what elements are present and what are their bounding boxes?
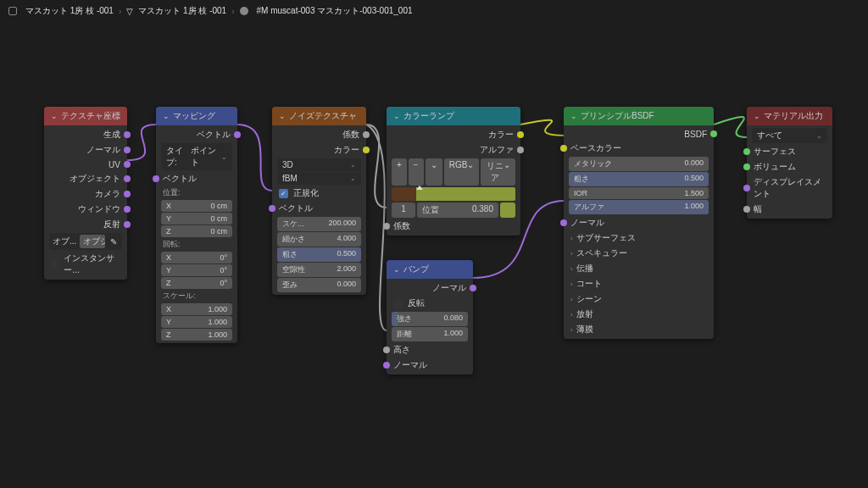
node-header[interactable]: ⌄ バンプ: [387, 260, 473, 279]
invert-checkbox[interactable]: [393, 299, 403, 308]
chevron-down-icon: ⌄: [279, 112, 286, 120]
from-instancer-label: インスタンサー...: [64, 252, 120, 276]
socket-normal-out: ノーマル: [432, 282, 466, 294]
socket-color: カラー: [488, 129, 514, 141]
noise-distortion[interactable]: 歪み0.000: [277, 278, 361, 292]
node-title: バンプ: [403, 263, 429, 275]
ramp-index[interactable]: 1: [392, 202, 415, 218]
socket-window: ウィンドウ: [78, 203, 120, 215]
node-header[interactable]: ⌄ カラーランプ: [387, 107, 520, 125]
roughness[interactable]: 粗さ0.500: [569, 172, 709, 186]
normalize-checkbox[interactable]: ✓: [279, 189, 288, 198]
rot-x[interactable]: X0°: [161, 252, 232, 263]
socket-normal: ノーマル: [570, 217, 604, 229]
node-noise-texture[interactable]: ⌄ ノイズテクスチャ 係数 カラー 3D⌄ fBM⌄ ✓正規化 ベクトル スケ.…: [272, 107, 366, 295]
eyedropper-icon[interactable]: ✎: [108, 237, 119, 247]
noise-type[interactable]: fBM⌄: [277, 172, 361, 185]
ramp-mode[interactable]: RGB⌄: [444, 158, 480, 186]
object-icon: [8, 7, 17, 15]
node-color-ramp[interactable]: ⌄ カラーランプ カラー アルファ + − ⌄ RGB⌄ リニア⌄ 1 位置0.…: [387, 107, 520, 236]
noise-detail[interactable]: 細かさ4.000: [277, 232, 361, 247]
location-label: 位置:: [156, 186, 237, 199]
socket-vector-in: ベクトル: [163, 173, 197, 185]
scale-x[interactable]: X1.000: [161, 303, 232, 315]
socket-normal-in: ノーマル: [393, 359, 427, 371]
node-material-output[interactable]: ⌄ マテリアル出力 すべて⌄ サーフェス ボリューム ディスプレイスメント 幅: [747, 107, 832, 219]
chevron-down-icon: ⌄: [754, 112, 760, 120]
node-header[interactable]: ⌄ マテリアル出力: [747, 107, 832, 125]
chevron-down-icon: ⌄: [51, 112, 58, 120]
socket-generated: 生成: [103, 129, 120, 141]
group-transmission[interactable]: ›伝播: [564, 261, 714, 276]
breadcrumb-object[interactable]: マスカット 1房 枝 -001: [25, 5, 114, 17]
socket-surface: サーフェス: [754, 146, 796, 158]
noise-roughness[interactable]: 粗さ0.500: [277, 247, 361, 262]
output-target[interactable]: すべて⌄: [752, 128, 827, 143]
noise-lacunarity[interactable]: 空隙性2.000: [277, 263, 361, 277]
ior[interactable]: IOR1.500: [569, 187, 709, 199]
node-title: テクスチャ座標: [61, 110, 120, 122]
loc-z[interactable]: Z0 cm: [161, 225, 232, 237]
chevron-down-icon: ⌄: [393, 112, 400, 120]
socket-thickness: 幅: [754, 203, 762, 215]
socket-reflection: 反射: [103, 219, 120, 230]
socket-uv: UV: [108, 160, 120, 169]
group-coat[interactable]: ›コート: [564, 276, 714, 291]
ramp-interp[interactable]: リニア⌄: [481, 158, 515, 186]
node-header[interactable]: ⌄ テクスチャ座標: [44, 107, 127, 125]
scale-y[interactable]: Y1.000: [161, 316, 232, 328]
color-ramp-gradient[interactable]: [392, 187, 515, 201]
node-header[interactable]: ⌄ マッピング: [156, 107, 237, 125]
wires: [0, 0, 868, 488]
scale-z[interactable]: Z1.000: [161, 329, 232, 341]
ramp-remove[interactable]: −: [409, 158, 424, 186]
socket-alpha: アルファ: [480, 144, 514, 156]
bump-distance[interactable]: 距離1.000: [392, 327, 468, 341]
loc-x[interactable]: X0 cm: [161, 200, 232, 212]
ramp-menu[interactable]: ⌄: [426, 158, 442, 186]
socket-fac: 係数: [342, 129, 359, 141]
object-picker[interactable]: オブ... オブジ... ✎: [49, 233, 122, 250]
mapping-type[interactable]: タイプ:ポイント⌄: [161, 143, 232, 170]
socket-vector-out: ベクトル: [197, 129, 231, 141]
bump-strength[interactable]: 強さ0.080: [392, 312, 468, 326]
node-principled-bsdf[interactable]: ⌄ プリンシプルBSDF BSDF ベースカラー メタリック0.000 粗さ0.…: [564, 107, 714, 339]
breadcrumb-material[interactable]: #M muscat-003 マスカット-003-001_001: [257, 5, 413, 17]
from-instancer-checkbox[interactable]: [51, 260, 58, 269]
chevron-down-icon: ⌄: [570, 112, 577, 120]
node-header[interactable]: ⌄ プリンシプルBSDF: [564, 107, 714, 125]
node-texture-coordinate[interactable]: ⌄ テクスチャ座標 生成 ノーマル UV オブジェクト カメラ ウィンドウ 反射…: [44, 107, 127, 280]
noise-scale[interactable]: スケ...200.000: [277, 217, 361, 231]
node-header[interactable]: ⌄ ノイズテクスチャ: [272, 107, 366, 125]
noise-dim[interactable]: 3D⌄: [277, 158, 361, 171]
breadcrumb-mesh[interactable]: マスカット 1房 枝 -001: [138, 5, 226, 17]
ramp-color-swatch[interactable]: [500, 202, 515, 218]
socket-color: カラー: [334, 144, 359, 156]
socket-bsdf: BSDF: [684, 130, 707, 139]
node-title: マテリアル出力: [764, 110, 823, 122]
node-bump[interactable]: ⌄ バンプ ノーマル 反転 強さ0.080 距離1.000 高さ ノーマル: [387, 260, 473, 374]
socket-height: 高さ: [393, 344, 410, 356]
rot-y[interactable]: Y0°: [161, 264, 232, 276]
metallic[interactable]: メタリック0.000: [569, 157, 709, 171]
node-title: ノイズテクスチャ: [289, 110, 357, 122]
ramp-add[interactable]: +: [392, 158, 407, 186]
chevron-right-icon: ›: [119, 7, 121, 16]
socket-base-color: ベースカラー: [570, 142, 621, 154]
group-emission[interactable]: ›放射: [564, 307, 714, 322]
node-mapping[interactable]: ⌄ マッピング ベクトル タイプ:ポイント⌄ ベクトル 位置: X0 cm Y0…: [156, 107, 237, 343]
socket-vector-in: ベクトル: [279, 202, 313, 214]
socket-normal: ノーマル: [86, 144, 120, 156]
group-thin-film[interactable]: ›薄膜: [564, 322, 714, 337]
group-subsurface[interactable]: ›サブサーフェス: [564, 230, 714, 246]
group-sheen[interactable]: ›シーン: [564, 291, 714, 307]
alpha[interactable]: アルファ1.000: [569, 200, 709, 214]
group-specular[interactable]: ›スペキュラー: [564, 246, 714, 261]
loc-y[interactable]: Y0 cm: [161, 213, 232, 225]
socket-fac-in: 係数: [393, 220, 410, 232]
material-icon: [240, 7, 248, 15]
node-title: マッピング: [173, 110, 215, 122]
ramp-position[interactable]: 位置0.380: [417, 202, 498, 218]
chevron-down-icon: ⌄: [163, 112, 170, 120]
rot-z[interactable]: Z0°: [161, 277, 232, 289]
